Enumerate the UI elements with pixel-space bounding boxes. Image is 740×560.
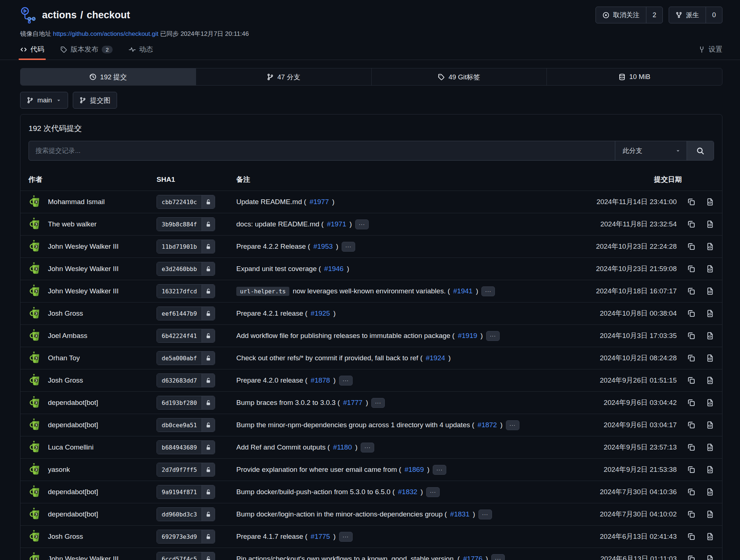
avatar[interactable] bbox=[29, 195, 42, 209]
commit-pr-link[interactable]: #1924 bbox=[426, 354, 445, 362]
avatar[interactable] bbox=[29, 440, 42, 454]
commit-sha-value[interactable]: 6ccd57f4c5 bbox=[157, 552, 202, 560]
copy-sha-button[interactable] bbox=[687, 399, 695, 407]
avatar[interactable] bbox=[29, 507, 42, 521]
commit-search-input[interactable] bbox=[29, 141, 615, 160]
avatar[interactable] bbox=[29, 217, 42, 231]
commit-pr-link[interactable]: #1869 bbox=[405, 466, 424, 474]
commit-pr-link[interactable]: #1925 bbox=[311, 309, 330, 317]
browse-source-button[interactable] bbox=[706, 443, 714, 451]
browse-source-button[interactable] bbox=[706, 488, 714, 496]
commit-sha-value[interactable]: e3d2460bbb bbox=[157, 262, 202, 275]
commit-more-button[interactable]: ··· bbox=[355, 219, 369, 229]
commit-sha-badge[interactable]: b684943689 bbox=[157, 440, 215, 454]
tab-code[interactable]: 代码 bbox=[20, 45, 44, 60]
browse-source-button[interactable] bbox=[706, 399, 714, 407]
commit-sha-badge[interactable]: cbb722410c bbox=[157, 195, 215, 209]
commit-pr-link[interactable]: #1872 bbox=[478, 421, 497, 429]
commit-sha-value[interactable]: cbb722410c bbox=[157, 195, 202, 208]
commit-more-button[interactable]: ··· bbox=[342, 242, 355, 252]
commit-more-button[interactable]: ··· bbox=[339, 376, 353, 386]
avatar[interactable] bbox=[29, 240, 42, 253]
commit-sha-badge[interactable]: 692973e3d9 bbox=[157, 530, 215, 544]
commit-sha-value[interactable]: 11bd71901b bbox=[157, 240, 202, 253]
commit-pr-link[interactable]: #1971 bbox=[327, 220, 346, 228]
copy-sha-button[interactable] bbox=[687, 198, 695, 206]
browse-source-button[interactable] bbox=[706, 421, 714, 429]
browse-source-button[interactable] bbox=[706, 555, 714, 560]
commit-sha-value[interactable]: 163217dfcd bbox=[157, 285, 202, 298]
commit-sha-badge[interactable]: d632683dd7 bbox=[157, 373, 215, 387]
repo-owner-link[interactable]: actions bbox=[42, 10, 77, 21]
avatar[interactable] bbox=[29, 373, 42, 387]
commit-sha-value[interactable]: dd960bd3c3 bbox=[157, 508, 202, 521]
commit-sha-badge[interactable]: 9a9194f871 bbox=[157, 485, 215, 499]
stat-commits[interactable]: 192 提交 bbox=[20, 68, 196, 85]
commit-sha-value[interactable]: 3b9b8c884f bbox=[157, 218, 202, 231]
commit-sha-badge[interactable]: 3b9b8c884f bbox=[157, 217, 215, 231]
commit-more-button[interactable]: ··· bbox=[361, 443, 374, 452]
commit-sha-value[interactable]: 9a9194f871 bbox=[157, 485, 202, 499]
browse-source-button[interactable] bbox=[706, 309, 714, 317]
commit-sha-badge[interactable]: 6ccd57f4c5 bbox=[157, 552, 215, 560]
commit-sha-badge[interactable]: 6d193bf280 bbox=[157, 396, 215, 410]
stat-size[interactable]: 10 MiB bbox=[546, 68, 722, 85]
fork-button[interactable]: 派生 0 bbox=[669, 7, 722, 23]
commit-more-button[interactable]: ··· bbox=[486, 331, 500, 341]
commit-pr-link[interactable]: #1977 bbox=[309, 198, 329, 206]
commit-sha-value[interactable]: b684943689 bbox=[157, 441, 202, 454]
commit-pr-link[interactable]: #1777 bbox=[343, 399, 363, 407]
commit-sha-badge[interactable]: 6b42224f41 bbox=[157, 329, 215, 343]
commit-more-button[interactable]: ··· bbox=[433, 465, 446, 475]
mirror-url-link[interactable]: https://github.com/actions/checkout.git bbox=[53, 30, 158, 37]
commit-more-button[interactable]: ··· bbox=[339, 532, 353, 542]
avatar[interactable] bbox=[29, 463, 42, 477]
commit-sha-badge[interactable]: eef61447b9 bbox=[157, 307, 215, 320]
avatar[interactable] bbox=[29, 530, 42, 544]
browse-source-button[interactable] bbox=[706, 466, 714, 474]
tab-settings[interactable]: 设置 bbox=[698, 45, 722, 60]
commit-pr-link[interactable]: #1941 bbox=[453, 287, 473, 295]
branch-selector[interactable]: main bbox=[20, 92, 68, 109]
copy-sha-button[interactable] bbox=[687, 309, 695, 317]
commit-sha-badge[interactable]: db0cee9a51 bbox=[157, 418, 215, 432]
unwatch-button[interactable]: 取消关注 2 bbox=[596, 7, 663, 23]
browse-source-button[interactable] bbox=[706, 265, 714, 273]
commit-sha-value[interactable]: de5a000abf bbox=[157, 352, 202, 365]
copy-sha-button[interactable] bbox=[687, 533, 695, 541]
copy-sha-button[interactable] bbox=[687, 243, 695, 251]
commit-more-button[interactable]: ··· bbox=[426, 487, 440, 497]
commit-more-button[interactable]: ··· bbox=[481, 286, 495, 296]
commit-more-button[interactable]: ··· bbox=[478, 510, 492, 519]
commit-sha-value[interactable]: db0cee9a51 bbox=[157, 418, 202, 432]
copy-sha-button[interactable] bbox=[687, 443, 695, 451]
commit-pr-link[interactable]: #1946 bbox=[324, 265, 343, 273]
commit-pr-link[interactable]: #1953 bbox=[313, 243, 333, 251]
avatar[interactable] bbox=[29, 552, 42, 560]
copy-sha-button[interactable] bbox=[687, 510, 695, 518]
branch-scope-dropdown[interactable]: 此分支 bbox=[615, 141, 687, 160]
commit-pr-link[interactable]: #1775 bbox=[311, 533, 330, 541]
commit-more-button[interactable]: ··· bbox=[506, 420, 519, 430]
copy-sha-button[interactable] bbox=[687, 555, 695, 560]
copy-sha-button[interactable] bbox=[687, 488, 695, 496]
commit-sha-value[interactable]: eef61447b9 bbox=[157, 307, 202, 320]
commit-more-button[interactable]: ··· bbox=[491, 554, 505, 560]
commit-sha-badge[interactable]: 2d7d9f7ff5 bbox=[157, 463, 215, 477]
repo-name-link[interactable]: checkout bbox=[87, 10, 130, 21]
commit-sha-badge[interactable]: de5a000abf bbox=[157, 351, 215, 365]
copy-sha-button[interactable] bbox=[687, 376, 695, 384]
browse-source-button[interactable] bbox=[706, 332, 714, 340]
commit-pr-link[interactable]: #1878 bbox=[311, 376, 330, 384]
tab-releases[interactable]: 版本发布 2 bbox=[60, 45, 113, 60]
fork-count[interactable]: 0 bbox=[706, 7, 722, 23]
browse-source-button[interactable] bbox=[706, 354, 714, 362]
commit-sha-value[interactable]: 6d193bf280 bbox=[157, 396, 202, 409]
avatar[interactable] bbox=[29, 262, 42, 276]
browse-source-button[interactable] bbox=[706, 243, 714, 251]
commit-pr-link[interactable]: #1919 bbox=[458, 332, 477, 340]
commit-sha-value[interactable]: d632683dd7 bbox=[157, 374, 202, 387]
browse-source-button[interactable] bbox=[706, 198, 714, 206]
browse-source-button[interactable] bbox=[706, 220, 714, 228]
copy-sha-button[interactable] bbox=[687, 287, 695, 295]
